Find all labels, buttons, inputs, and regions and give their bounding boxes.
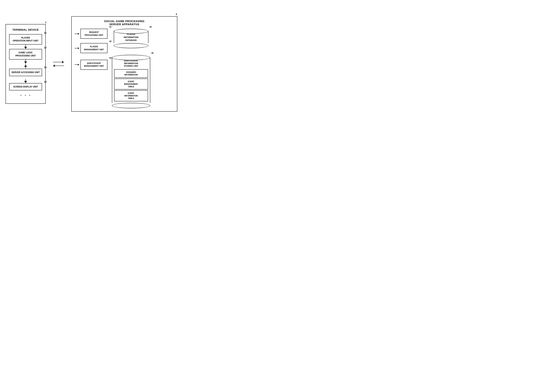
arrow-to-request — [75, 33, 79, 35]
quest-event-management-unit: QUEST/EVENTMANAGEMENT UNIT — [80, 60, 108, 70]
arrow-right — [53, 61, 64, 63]
event-information-table-box: EVENTINFORMATIONTABLE — [114, 90, 148, 101]
screen-display-unit: SCREEN DISPLAY UNIT — [9, 83, 42, 91]
player-op-input-unit: PLAYEROPERATION INPUT UNIT — [9, 34, 42, 45]
tag-14: 14 — [44, 81, 46, 83]
server-accessing-unit: SERVER ACCESSING UNIT — [9, 69, 42, 76]
arrow-left — [53, 64, 64, 67]
tag-43: 43 — [150, 26, 152, 28]
request-processing-unit: REQUESTPROCESSING UNIT — [80, 29, 108, 39]
tag-4: 4 — [176, 13, 177, 15]
tag-13: 13 — [44, 66, 46, 69]
game-logic-unit: GAME LOGICPROCESSING UNIT — [9, 49, 42, 60]
server-units-col: 41 REQUESTPROCESSING UNIT 42 PLAYERMANAG… — [75, 29, 108, 108]
server-inner: 41 REQUESTPROCESSING UNIT 42 PLAYERMANAG… — [75, 29, 174, 108]
tag-12: 12 — [44, 46, 46, 49]
quest-event-storing-unit: QUEST/EVENTINFORMATIONSTORING UNIT SCENA… — [112, 55, 150, 108]
tag-44: 44 — [109, 57, 112, 59]
tag-11: 11 — [44, 32, 46, 34]
player-info-db: PLAYERINFORMATIONDATABASE — [114, 29, 148, 48]
server-db-col: 43 PLAYERINFORMATIONDATABASE 45 — [112, 29, 150, 108]
bidirectional-arrow — [53, 61, 64, 67]
event-management-table-box: EVENTMANAGEMENTTABLE — [114, 78, 148, 90]
terminal-device-label: TERMINAL DEVICE — [9, 28, 42, 31]
tag-41: 41 — [109, 26, 112, 28]
server-label: SOCIAL GAME PROCESSINGSERVER APPARATUS — [75, 20, 174, 26]
tag-42: 42 — [109, 40, 112, 42]
arrow-to-player-mgmt — [75, 47, 79, 49]
terminal-device-panel: 1 TERMINAL DEVICE 11 PLAYEROPERATION INP… — [6, 24, 46, 104]
arrow-to-quest-event — [75, 64, 79, 66]
dots: ・・・ — [9, 93, 42, 98]
tag-45: 45 — [151, 52, 154, 54]
tag-1: 1 — [45, 21, 46, 24]
server-panel: 4 SOCIAL GAME PROCESSINGSERVER APPARATUS… — [71, 16, 177, 112]
terminal-units: 11 PLAYEROPERATION INPUT UNIT 12 GAME LO… — [9, 34, 42, 91]
scenario-info-box: SCENARIOINFORMATION — [114, 69, 148, 78]
player-management-unit: PLAYERMANAGEMENT UNIT — [80, 43, 108, 53]
diagram: 1 TERMINAL DEVICE 11 PLAYEROPERATION INP… — [6, 16, 177, 112]
